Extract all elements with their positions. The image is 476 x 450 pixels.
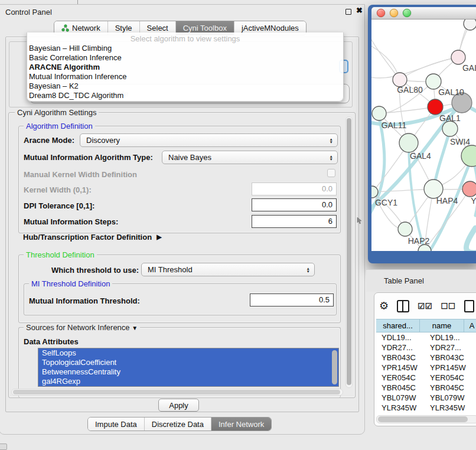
sources-title[interactable]: Sources for Network Inference ▼ (24, 323, 140, 332)
combo-spinner-icon: ▲▼ (307, 267, 310, 273)
network-graph: GALGAL80GAL10GAL1GAL11SWI4GAL4GCY1HAP4YH… (371, 19, 476, 251)
settings-vscroll-thumb[interactable] (347, 118, 351, 385)
table-cell: YER054C (425, 373, 474, 383)
attribute-item-selected[interactable]: gal4RGexp (38, 377, 338, 386)
network-node[interactable] (398, 222, 412, 236)
tab-impute-data-label: Impute Data (95, 420, 137, 429)
split-view-icon[interactable] (397, 300, 409, 312)
table-row[interactable]: YBL079WYBL079W (376, 393, 476, 403)
aracne-mode-label: Aracne Mode: (24, 136, 74, 145)
close-panel-icon[interactable]: ✖ (356, 6, 363, 15)
kernel-width-label: Kernel Width (0,1): (24, 185, 92, 194)
settings-vertical-scrollbar[interactable] (345, 116, 353, 388)
mi-threshold-field[interactable]: 0.5 (250, 294, 334, 306)
document-icon[interactable] (464, 300, 474, 312)
algorithm-option[interactable]: Bayesian – Hill Climbing (27, 44, 343, 53)
minimize-window-icon[interactable] (390, 9, 398, 17)
close-window-icon[interactable] (377, 9, 385, 17)
settings-horizontal-scrollbar[interactable] (11, 389, 343, 396)
which-threshold-value: MI Threshold (148, 265, 193, 274)
node-label: HAP4 (436, 196, 458, 206)
float-window-icon[interactable] (345, 9, 351, 15)
table-row[interactable]: YBR045CYBR045C9. (376, 383, 476, 393)
mouse-cursor (357, 217, 363, 224)
column-header-shared-name[interactable]: shared... (376, 319, 420, 332)
network-node[interactable] (428, 99, 443, 115)
table-hscroll-thumb[interactable] (378, 416, 468, 422)
table-cell: YDR27... (425, 343, 474, 353)
network-node[interactable] (399, 133, 418, 152)
screen: { "control_panel": { "title": "Control P… (0, 0, 476, 450)
network-node[interactable] (372, 106, 386, 120)
select-all-icon[interactable]: ☑☑ (418, 302, 432, 311)
algorithm-option[interactable]: Dream8 DC_TDC Algorithm (27, 91, 343, 100)
zoom-window-icon[interactable] (403, 9, 411, 17)
tab-discretize-data[interactable]: Discretize Data (145, 418, 211, 431)
attribute-items: SelfLoopsTopologicalCoefficientBetweenne… (38, 348, 338, 386)
mi-algorithm-type-combo[interactable]: Naive Bayes ▲▼ (162, 151, 338, 164)
attribute-item-selected[interactable]: TopologicalCoefficient (38, 358, 338, 367)
table-row[interactable]: YDR27...YDR27...12 (376, 343, 476, 353)
table-panel-bar: Table Panel (366, 269, 476, 292)
settings-hscroll-thumb[interactable] (13, 390, 340, 394)
table-row[interactable]: YLR345WYLR345W9. (376, 403, 476, 413)
sources-box: Sources for Network Inference ▼ Data Att… (18, 327, 341, 397)
algorithm-option[interactable]: Mutual Information Inference (27, 72, 343, 81)
table-cell: 9. (474, 383, 476, 393)
network-node[interactable] (461, 145, 476, 167)
deselect-all-icon[interactable]: ☐☐ (441, 302, 455, 311)
algorithm-list: Bayesian – Hill ClimbingBasic Correlatio… (27, 44, 343, 100)
table-row[interactable]: YPR145WYPR145W9. (376, 363, 476, 373)
hub-definition-toggle[interactable]: Hub/Transcription Factor Definition ▶ (23, 233, 162, 242)
table-horizontal-scrollbar[interactable] (376, 415, 476, 423)
network-canvas[interactable]: GALGAL80GAL10GAL1GAL11SWI4GAL4GCY1HAP4YH… (371, 19, 476, 251)
network-node[interactable] (464, 19, 476, 30)
algorithm-option[interactable]: ARACNE Algorithm (27, 63, 343, 72)
sources-title-text: Sources for Network Inference (26, 323, 130, 332)
algorithm-option[interactable]: Bayesian – K2 (27, 81, 343, 91)
table-row[interactable]: YER054CYER054C8. (376, 373, 476, 383)
algorithm-option[interactable]: Basic Correlation Inference (27, 53, 343, 63)
attribute-item-selected[interactable]: SelfLoops (38, 348, 338, 358)
node-label: GAL4 (410, 151, 431, 161)
table-panel: ⚙ ☑☑ ☐☐ shared... name A YDL19...YDL19..… (374, 292, 476, 426)
chevron-right-icon: ▶ (157, 233, 161, 241)
aracne-mode-combo[interactable]: Discovery ▲▼ (80, 133, 338, 147)
kernel-width-field[interactable]: 0.0 (252, 182, 337, 195)
which-threshold-label: Which threshold to use: (51, 266, 139, 275)
column-header-name[interactable]: name (420, 319, 464, 332)
node-label: GAL1 (439, 113, 461, 123)
node-label: Y (471, 196, 476, 206)
cyni-mode-tabs: Impute Data Discretize Data Infer Networ… (87, 417, 272, 431)
network-window-titlebar[interactable] (371, 7, 476, 19)
table-rows: YDL19...YDL19...13YDR27...YDR27...12YBR0… (376, 332, 476, 416)
which-threshold-combo[interactable]: MI Threshold ▲▼ (141, 263, 315, 276)
apply-button[interactable]: Apply (158, 399, 199, 412)
column-header-partial[interactable]: A (464, 319, 476, 332)
table-row[interactable]: YBR043CYBR043C (376, 353, 476, 363)
data-attributes-label: Data Attributes (24, 337, 79, 346)
node-table: shared... name A YDL19...YDL19...13YDR27… (376, 319, 476, 416)
attribute-list-scrollbar[interactable] (332, 350, 337, 384)
mi-threshold-box: MI Threshold Definition Mutual Informati… (24, 283, 337, 315)
tab-style-label: Style (115, 24, 132, 32)
attribute-item-selected[interactable]: BetweennessCentrality (38, 367, 338, 377)
table-row[interactable]: YDL19...YDL19...13 (376, 332, 476, 343)
network-node[interactable] (442, 121, 458, 136)
network-node[interactable] (462, 181, 476, 197)
tab-infer-network[interactable]: Infer Network (211, 418, 271, 431)
manual-kernel-width-label: Manual Kernel Width Definition (24, 170, 137, 179)
table-cell: 8. (474, 373, 476, 383)
node-label: GAL11 (382, 120, 407, 130)
table-cell: 9. (474, 403, 476, 413)
network-node[interactable] (451, 50, 465, 64)
mi-steps-field[interactable]: 6 (252, 215, 337, 228)
node-label: GAL (462, 63, 476, 73)
manual-kernel-width-checkbox[interactable] (327, 169, 335, 177)
gear-icon[interactable]: ⚙ (379, 301, 389, 311)
dpi-tolerance-field[interactable]: 0.0 (252, 198, 337, 211)
table-cell (474, 393, 476, 403)
data-attributes-list[interactable]: SelfLoopsTopologicalCoefficientBetweenne… (38, 348, 339, 387)
tab-impute-data[interactable]: Impute Data (88, 418, 145, 431)
table-cell: YBR045C (425, 383, 474, 393)
